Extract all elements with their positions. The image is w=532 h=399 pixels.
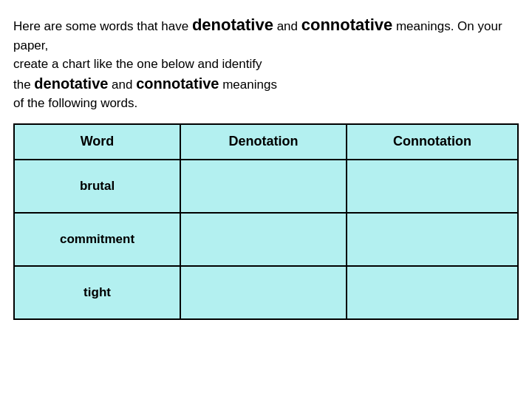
cell-connotation-2 bbox=[347, 266, 518, 319]
intro-line5: of the following words. bbox=[13, 96, 137, 110]
table-row: commitment bbox=[14, 213, 518, 266]
cell-denotation-0 bbox=[180, 160, 347, 213]
cell-connotation-1 bbox=[347, 213, 518, 266]
intro-line1-pre: Here are some words that have bbox=[13, 19, 192, 33]
cell-word-0: brutal bbox=[14, 160, 180, 213]
connotative-small-text: connotative bbox=[136, 75, 219, 92]
intro-line4-pre: the bbox=[13, 78, 34, 92]
intro-line4-mid: and bbox=[108, 78, 136, 92]
denotative-small-text: denotative bbox=[34, 75, 108, 92]
cell-connotation-0 bbox=[347, 160, 518, 213]
table-row: brutal bbox=[14, 160, 518, 213]
vocabulary-table: Word Denotation Connotation brutal commi… bbox=[13, 123, 519, 320]
header-word: Word bbox=[14, 124, 180, 160]
page-container: Here are some words that have denotative… bbox=[13, 13, 519, 320]
intro-line1-post: and bbox=[273, 19, 301, 33]
table-row: tight bbox=[14, 266, 518, 319]
header-connotation: Connotation bbox=[347, 124, 518, 160]
intro-line4-post: meanings bbox=[219, 78, 276, 92]
header-denotation: Denotation bbox=[180, 124, 347, 160]
cell-word-1: commitment bbox=[14, 213, 180, 266]
intro-line3: create a chart like the one below and id… bbox=[13, 57, 262, 71]
cell-word-2: tight bbox=[14, 266, 180, 319]
connotative-large-text: connotative bbox=[301, 16, 392, 34]
cell-denotation-1 bbox=[180, 213, 347, 266]
table-header-row: Word Denotation Connotation bbox=[14, 124, 518, 160]
denotative-large-text: denotative bbox=[192, 16, 273, 34]
intro-paragraph: Here are some words that have denotative… bbox=[13, 13, 519, 113]
cell-denotation-2 bbox=[180, 266, 347, 319]
